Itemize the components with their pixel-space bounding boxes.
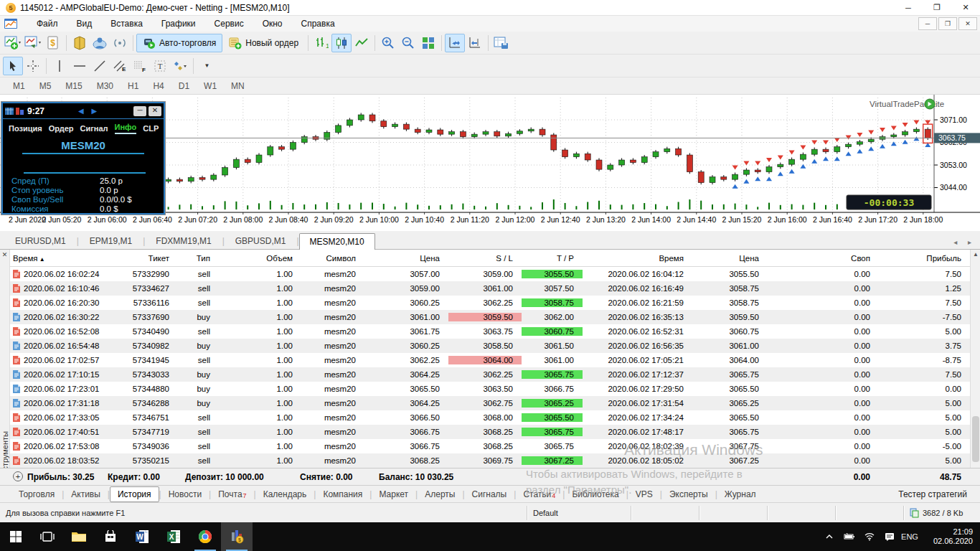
column-header-2[interactable]: Тип: [178, 254, 219, 263]
history-row[interactable]: 2020.06.02 17:40:5157347719sell1.00mesm2…: [10, 425, 970, 439]
column-header-3[interactable]: Объем: [219, 254, 301, 263]
vtp-close-button[interactable]: ✕: [149, 106, 161, 116]
chart-tab-GBPUSD,M1[interactable]: GBPUSD,M1: [225, 232, 297, 249]
toolbox-tab-Библиотека[interactable]: Библиотека: [565, 487, 626, 501]
arrows-tool-button[interactable]: [170, 57, 190, 75]
menu-item-Справка[interactable]: Справка: [292, 17, 344, 31]
scrollbar-thumb[interactable]: [972, 416, 979, 462]
chart-shift-button[interactable]: [465, 34, 485, 52]
column-header-4[interactable]: Символ: [301, 254, 364, 263]
cursor-tool-button[interactable]: [3, 57, 23, 75]
timeframe-H4[interactable]: H4: [146, 79, 171, 93]
chart-tab-EPM19,M1[interactable]: EPM19,M1: [79, 232, 143, 249]
history-row[interactable]: 2020.06.02 18:03:5257350215sell1.00mesm2…: [10, 453, 970, 468]
vtp-minimize-button[interactable]: ─: [133, 106, 146, 116]
toolbox-tab-Компания[interactable]: Компания: [316, 487, 369, 501]
tab-scroll-arrows[interactable]: ◂ ▸: [953, 238, 976, 249]
zoom-in-button[interactable]: [378, 34, 398, 52]
column-header-9[interactable]: Цена: [692, 254, 768, 263]
taskbar-clock[interactable]: 21:09 02.06.2020: [920, 527, 980, 546]
chart-tab-EURUSD,M1[interactable]: EURUSD,M1: [4, 232, 77, 249]
timeframe-M15[interactable]: M15: [58, 79, 89, 93]
toolbox-tab-Алерты[interactable]: Алерты: [418, 487, 462, 501]
task-view-button[interactable]: [32, 522, 63, 551]
timeframe-M5[interactable]: M5: [32, 79, 59, 93]
column-header-0[interactable]: Время ▲: [10, 254, 118, 263]
timeframe-MN[interactable]: MN: [224, 79, 252, 93]
toolbox-close-icon[interactable]: ✕: [0, 250, 9, 258]
vtp-tab-Инфо[interactable]: Инфо: [115, 123, 137, 134]
column-header-7[interactable]: T / P: [522, 254, 583, 263]
market-watch-button[interactable]: $: [43, 34, 63, 52]
horizontal-line-tool-button[interactable]: [70, 57, 90, 75]
history-row[interactable]: 2020.06.02 16:02:2457332990sell1.00mesm2…: [10, 267, 970, 281]
toolbox-tab-Сигналы[interactable]: Сигналы: [465, 487, 514, 501]
vtp-tab-Сигнал[interactable]: Сигнал: [80, 124, 108, 133]
toolbox-tab-Эксперты[interactable]: Эксперты: [662, 487, 715, 501]
crosshair-tool-button[interactable]: [23, 57, 43, 75]
notifications-icon[interactable]: [880, 532, 900, 541]
history-row[interactable]: 2020.06.02 17:53:0857349036sell1.00mesm2…: [10, 439, 970, 453]
timeframe-M1[interactable]: M1: [6, 79, 32, 93]
history-row[interactable]: 2020.06.02 17:10:1557343033buy1.00mesm20…: [10, 367, 970, 382]
menu-item-Файл[interactable]: Файл: [27, 17, 67, 31]
profile-selector[interactable]: Default: [527, 506, 631, 520]
toolbar-overflow-button[interactable]: ▼: [197, 57, 217, 75]
templates-button[interactable]: [491, 34, 512, 52]
fibonacci-tool-button[interactable]: F: [130, 57, 150, 75]
history-row[interactable]: 2020.06.02 16:20:3057336116sell1.00mesm2…: [10, 296, 970, 310]
equidistant-channel-tool-button[interactable]: E: [110, 57, 130, 75]
column-header-8[interactable]: Время: [583, 254, 692, 263]
chart-tab-FDXMM19,M1[interactable]: FDXMM19,M1: [145, 232, 222, 249]
metatrader-button[interactable]: $: [221, 522, 253, 551]
timeframe-H1[interactable]: H1: [121, 79, 146, 93]
column-header-1[interactable]: Тикет: [118, 254, 178, 263]
start-button[interactable]: [0, 522, 32, 551]
history-row[interactable]: 2020.06.02 16:52:0857340490sell1.00mesm2…: [10, 324, 970, 339]
file-explorer-button[interactable]: [63, 522, 95, 551]
toolbox-tab-Календарь[interactable]: Календарь: [256, 487, 314, 501]
menu-item-Окно[interactable]: Окно: [253, 17, 292, 31]
timeframe-M30[interactable]: M30: [90, 79, 121, 93]
text-tool-button[interactable]: T: [150, 57, 170, 75]
history-row[interactable]: 2020.06.02 17:33:0557346751sell1.00mesm2…: [10, 410, 970, 425]
timeframe-D1[interactable]: D1: [171, 79, 197, 93]
column-header-11[interactable]: Прибыль: [879, 254, 970, 263]
toolbox-tab-Торговля[interactable]: Торговля: [11, 487, 62, 501]
column-header-5[interactable]: Цена: [364, 254, 448, 263]
microsoft-store-button[interactable]: [95, 522, 126, 551]
history-row[interactable]: 2020.06.02 16:54:4857340982buy1.00mesm20…: [10, 339, 970, 353]
menu-item-Вид[interactable]: Вид: [67, 17, 102, 31]
excel-button[interactable]: X: [158, 522, 189, 551]
battery-icon[interactable]: [839, 532, 859, 541]
toolbox-tab-История[interactable]: История: [110, 486, 159, 502]
bar-chart-mode-button[interactable]: 1: [311, 34, 331, 52]
history-row[interactable]: 2020.06.02 17:23:0157344880buy1.00mesm20…: [10, 382, 970, 396]
vertical-line-tool-button[interactable]: [50, 57, 70, 75]
strategy-tester-label[interactable]: Тестер стратегий: [898, 489, 967, 499]
toolbox-tab-Почта[interactable]: Почта7: [211, 487, 253, 501]
line-chart-mode-button[interactable]: [352, 34, 372, 52]
toolbox-tab-Маркет[interactable]: Маркет: [372, 487, 415, 501]
toolbox-tab-VPS[interactable]: VPS: [628, 487, 660, 501]
chart-restore-button[interactable]: ❐: [938, 17, 957, 30]
vtp-title-bar[interactable]: 9:27 ◀ ▶ ─ ✕: [3, 103, 164, 119]
chart-profiles-button[interactable]: [23, 34, 43, 52]
word-button[interactable]: W: [126, 522, 158, 551]
vtp-tab-Позиция[interactable]: Позиция: [9, 124, 42, 133]
column-header-10[interactable]: Своп: [768, 254, 879, 263]
history-row[interactable]: 2020.06.02 16:10:4657334627sell1.00mesm2…: [10, 281, 970, 296]
new-order-button[interactable]: Новый ордер: [222, 34, 305, 52]
auto-scroll-button[interactable]: [445, 34, 465, 52]
menu-item-Сервис[interactable]: Сервис: [205, 17, 253, 31]
candle-chart-mode-button[interactable]: [331, 34, 352, 52]
restore-button[interactable]: ❐: [923, 0, 951, 15]
toolbox-tab-Журнал[interactable]: Журнал: [717, 487, 763, 501]
vtp-tab-CLP[interactable]: CLP: [143, 124, 159, 133]
timeframe-W1[interactable]: W1: [197, 79, 224, 93]
scroll-up-icon[interactable]: ▲: [971, 251, 980, 258]
toolbox-tab-Новости[interactable]: Новости: [161, 487, 209, 501]
close-button[interactable]: ✕: [951, 0, 980, 15]
vtp-tab-Ордер[interactable]: Ордер: [49, 124, 74, 133]
vtp-nav-arrows[interactable]: ◀ ▶: [47, 107, 131, 115]
